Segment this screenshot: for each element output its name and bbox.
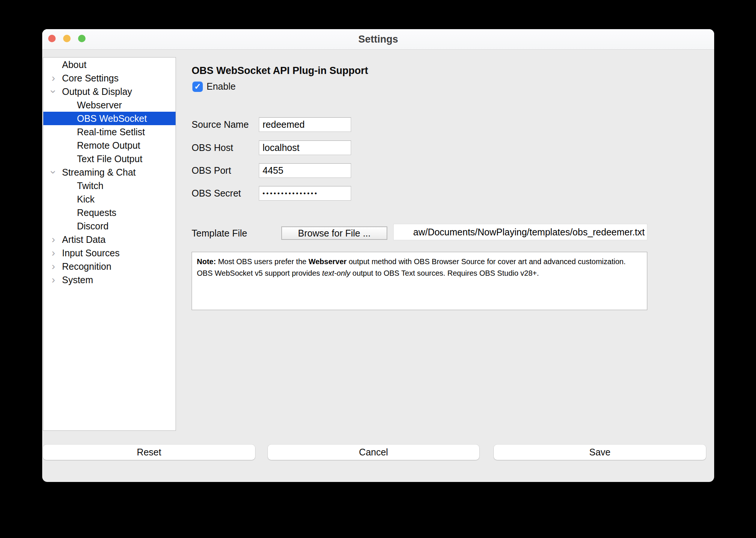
sidebar-item-label: Kick (77, 194, 94, 205)
sidebar-item-label: Output & Display (62, 86, 132, 97)
source-name-input[interactable]: redeemed (259, 117, 351, 132)
sidebar: About›Core Settings›Output & DisplayWebs… (43, 57, 176, 431)
enable-checkbox[interactable]: ✓ (192, 81, 203, 92)
form-row-source-name: Source Nameredeemed (192, 117, 352, 132)
sidebar-item-about[interactable]: About (43, 58, 176, 71)
close-window-icon[interactable] (48, 35, 56, 42)
sidebar-item-label: Recognition (62, 261, 111, 272)
sidebar-item-requests[interactable]: Requests (43, 206, 176, 219)
note-box: Note: Most OBS users prefer the Webserve… (192, 252, 647, 310)
sidebar-item-label: About (62, 59, 86, 70)
cancel-button[interactable]: Cancel (268, 445, 479, 460)
sidebar-item-output-display[interactable]: ›Output & Display (43, 85, 176, 98)
reset-button[interactable]: Reset (43, 445, 255, 460)
form-row-obs-secret: OBS Secret••••••••••••••• (192, 186, 352, 201)
sidebar-item-label: Webserver (77, 100, 122, 111)
field-label: Source Name (192, 119, 259, 130)
sidebar-item-kick[interactable]: Kick (43, 192, 176, 206)
page-title: OBS WebSocket API Plug-in Support (192, 65, 368, 77)
sidebar-item-input-sources[interactable]: ›Input Sources (43, 246, 176, 260)
save-button[interactable]: Save (494, 445, 706, 460)
note-text-segment: OBS WebSocket v5 support provides (197, 269, 322, 277)
sidebar-item-obs-websocket[interactable]: OBS WebSocket (43, 112, 176, 125)
field-label: OBS Port (192, 165, 259, 176)
obs-secret-input[interactable]: ••••••••••••••• (259, 186, 351, 201)
window-title: Settings (358, 34, 398, 45)
note-text-segment: output method with OBS Browser Source fo… (347, 257, 626, 266)
sidebar-item-label: Input Sources (62, 248, 120, 259)
sidebar-item-core-settings[interactable]: ›Core Settings (43, 71, 176, 85)
sidebar-item-label: System (62, 275, 93, 285)
title-bar: Settings (42, 29, 714, 50)
sidebar-item-label: Core Settings (62, 73, 118, 84)
sidebar-item-label: OBS WebSocket (77, 113, 147, 124)
sidebar-item-label: Real-time Setlist (77, 127, 145, 137)
sidebar-item-label: Twitch (77, 180, 103, 191)
sidebar-item-text-file-output[interactable]: Text File Output (43, 152, 176, 166)
note-text-segment: text-only (322, 269, 350, 277)
sidebar-item-webserver[interactable]: Webserver (43, 98, 176, 112)
sidebar-item-twitch[interactable]: Twitch (43, 179, 176, 192)
obs-port-input[interactable]: 4455 (259, 163, 351, 178)
field-label: OBS Secret (192, 188, 259, 199)
enable-row: ✓ Enable (192, 81, 236, 92)
settings-window: Settings About›Core Settings›Output & Di… (42, 29, 714, 482)
template-file-path-input[interactable]: aw/Documents/NowPlaying/templates/obs_re… (393, 224, 647, 240)
zoom-window-icon[interactable] (78, 35, 86, 42)
note-text-segment: Webserver (309, 257, 347, 266)
note-line-2: OBS WebSocket v5 support provides text-o… (197, 268, 642, 279)
checkmark-icon: ✓ (194, 83, 201, 91)
form-row-obs-port: OBS Port4455 (192, 163, 352, 178)
browse-for-file-button[interactable]: Browse for File ... (281, 226, 387, 240)
sidebar-item-label: Text File Output (77, 154, 142, 164)
note-text-segment: output to OBS Text sources. Requires OBS… (350, 269, 539, 277)
sidebar-item-recognition[interactable]: ›Recognition (43, 260, 176, 273)
sidebar-item-real-time-setlist[interactable]: Real-time Setlist (43, 125, 176, 139)
sidebar-item-system[interactable]: ›System (43, 273, 176, 287)
note-text-segment: Most OBS users prefer the (216, 257, 309, 266)
sidebar-item-remote-output[interactable]: Remote Output (43, 139, 176, 152)
sidebar-item-label: Discord (77, 221, 109, 232)
minimize-window-icon[interactable] (63, 35, 71, 42)
sidebar-item-label: Remote Output (77, 140, 140, 151)
obs-host-input[interactable]: localhost (259, 140, 351, 155)
sidebar-item-discord[interactable]: Discord (43, 219, 176, 233)
enable-label: Enable (207, 81, 236, 92)
sidebar-item-label: Requests (77, 207, 117, 218)
sidebar-item-artist-data[interactable]: ›Artist Data (43, 233, 176, 246)
field-label: OBS Host (192, 142, 259, 153)
note-text-segment: Note: (197, 257, 216, 266)
sidebar-item-label: Streaming & Chat (62, 167, 136, 178)
form-row-obs-host: OBS Hostlocalhost (192, 140, 352, 155)
note-line-1: Note: Most OBS users prefer the Webserve… (197, 256, 642, 268)
template-file-label: Template File (192, 226, 247, 240)
sidebar-item-streaming-chat[interactable]: ›Streaming & Chat (43, 166, 176, 179)
sidebar-item-label: Artist Data (62, 234, 106, 245)
